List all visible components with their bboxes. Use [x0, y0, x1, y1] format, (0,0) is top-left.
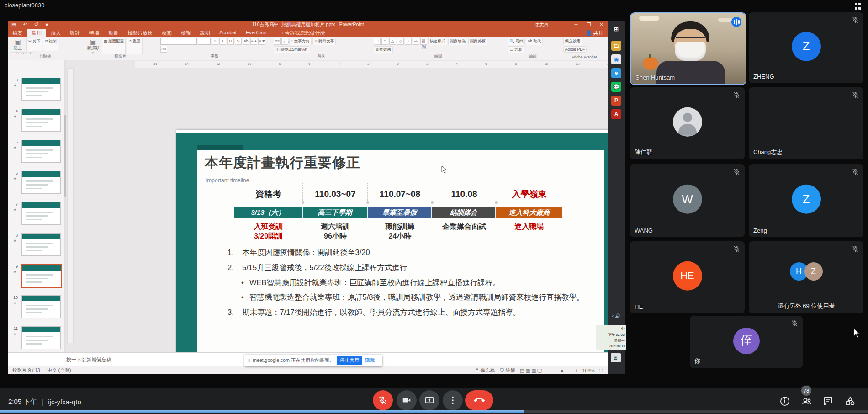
tab-檢視[interactable]: 檢視: [176, 29, 196, 37]
present-button[interactable]: [419, 390, 439, 410]
notes-toggle[interactable]: ≜ 備忘稿: [475, 367, 495, 374]
meeting-details-button[interactable]: [779, 396, 790, 407]
ribbon-button-≣-對齊文字[interactable]: ≣ 對齊文字: [312, 38, 336, 45]
slide-thumbnail-5[interactable]: [21, 140, 61, 163]
ribbon-button-↕-文字方向[interactable]: ↕ 文字方向: [289, 38, 312, 45]
taskbar-app-powerpoint[interactable]: P: [611, 96, 621, 106]
taskbar-app-line[interactable]: 💬: [611, 82, 621, 92]
leave-call-button[interactable]: [465, 390, 493, 410]
ppt-minimize-button[interactable]: ─: [570, 21, 582, 29]
hide-banner-button[interactable]: 隱藏: [365, 357, 375, 364]
tab-插入[interactable]: 插入: [46, 29, 65, 37]
ribbon-button-≡≡[interactable]: ≡≡: [274, 38, 281, 45]
tiles-grid-icon[interactable]: [855, 3, 862, 10]
slide-thumbnail-3[interactable]: [21, 78, 61, 101]
ribbon-button-↺-重設[interactable]: ↺ 重設: [127, 38, 142, 54]
participant-tile-ZHENG[interactable]: ZZHENG: [749, 12, 863, 83]
stop-sharing-button[interactable]: 停止共用: [337, 356, 362, 365]
tell-me-search[interactable]: ○ 告訴我您想做什麼: [276, 29, 330, 37]
show-people-button[interactable]: [801, 396, 812, 407]
tab-說明[interactable]: 說明: [196, 29, 215, 37]
ribbon-button-□[interactable]: □: [374, 38, 381, 45]
ribbon-button-A▲[interactable]: A▲: [250, 38, 257, 45]
chat-button[interactable]: [823, 396, 834, 407]
mic-toggle-button[interactable]: [373, 390, 393, 410]
ribbon-button-▭-選取[interactable]: ▭ 選取: [508, 46, 524, 53]
ribbon-button-U[interactable]: U: [227, 38, 234, 45]
comments-toggle[interactable]: 🗨 註解: [499, 367, 515, 374]
tab-設計[interactable]: 設計: [65, 29, 85, 37]
participant-tile-Zeng[interactable]: ZZeng: [749, 164, 863, 237]
font-name-dropdown[interactable]: [160, 38, 197, 45]
activities-button[interactable]: [845, 396, 856, 407]
participant-tile-陳仁龍[interactable]: 陳仁龍: [630, 87, 745, 159]
participant-tile-你[interactable]: 侄你: [690, 316, 803, 368]
font-size-dropdown[interactable]: [198, 38, 211, 45]
participant-tile-HE[interactable]: HEHE: [630, 241, 745, 313]
zoom-in-button[interactable]: +: [575, 368, 578, 373]
tab-轉場[interactable]: 轉場: [85, 29, 104, 37]
ribbon-button-⧉-複製[interactable]: ⧉ 複製: [43, 38, 58, 51]
tab-EverCam[interactable]: EverCam: [241, 29, 271, 37]
ribbon-button-◫-轉換成SmartArt[interactable]: ◫ 轉換成SmartArt: [274, 46, 309, 53]
ribbon-button-○[interactable]: ○: [381, 38, 388, 45]
slide-9[interactable]: 本年度計畫執行重要修正 Important timeline 資格考3/13（六…: [176, 130, 608, 374]
taskbar-clock[interactable]: 中 下午 02:06 星期一 2021/8/30: [596, 325, 626, 350]
ribbon-button-I[interactable]: I: [219, 38, 226, 45]
ribbon-button-▦-版面配置[interactable]: ▦ 版面配置: [102, 38, 126, 54]
ppt-account-name[interactable]: 沈志昌: [535, 22, 549, 28]
camera-toggle-button[interactable]: [397, 390, 417, 410]
fit-slide-button[interactable]: ⛶: [599, 368, 603, 374]
ribbon-button-🔍-尋找[interactable]: 🔍 尋找: [508, 38, 525, 45]
view-buttons[interactable]: ▤ ▦ ▥ 🖵: [520, 368, 542, 374]
windows-start-icon[interactable]: ⊞: [611, 24, 621, 34]
ribbon-button-ab[interactable]: ab: [243, 38, 249, 45]
slide-thumbnail-11[interactable]: [21, 326, 61, 349]
slide-thumbnail-6[interactable]: [21, 171, 61, 194]
ribbon-button-⬦[interactable]: ⬦: [397, 38, 404, 45]
tab-Acrobat[interactable]: Acrobat: [215, 29, 241, 37]
ribbon-button-S[interactable]: S: [235, 38, 242, 45]
ribbon-button-圖案外框[interactable]: 圖案外框: [468, 38, 487, 45]
ppt-close-button[interactable]: ✕: [595, 21, 608, 29]
tab-動畫[interactable]: 動畫: [104, 29, 123, 37]
participant-tile-Chang志忠[interactable]: Chang志忠: [749, 87, 863, 159]
ribbon-button-圖案效果[interactable]: 圖案效果: [374, 46, 393, 53]
participant-tile-Shen Huntsam[interactable]: Shen Huntsam: [630, 12, 746, 85]
ribbon-button-獨立啟用[interactable]: 獨立啟用: [563, 38, 582, 45]
participant-tile-WANG[interactable]: WWANG: [630, 164, 745, 237]
zoom-slider[interactable]: ──●──: [554, 368, 571, 373]
tab-檔案[interactable]: 檔案: [8, 29, 27, 37]
slide-thumbnail-9[interactable]: [21, 264, 62, 288]
ribbon-button-新投影片[interactable]: ▣新投影片: [85, 38, 101, 54]
taskbar-app-folder[interactable]: 🗀: [611, 41, 621, 51]
ribbon-button-△[interactable]: △: [389, 38, 396, 45]
more-options-button[interactable]: [443, 390, 463, 410]
zoom-level[interactable]: 109%: [582, 368, 595, 373]
ribbon-button-✂-剪下[interactable]: ✂ 剪下: [26, 38, 42, 51]
slide-thumbnail-4[interactable]: [21, 109, 61, 132]
ribbon-button-排列[interactable]: 排列: [420, 38, 427, 45]
bottom-scrollbar[interactable]: [0, 410, 868, 413]
slide-thumbnail-8[interactable]: [21, 233, 61, 256]
taskbar-app-chrome[interactable]: ◉: [611, 54, 621, 64]
notification-icon[interactable]: 🗉: [611, 353, 621, 362]
tab-常用[interactable]: 常用: [27, 29, 46, 37]
ribbon-button-☆[interactable]: ☆: [405, 38, 412, 45]
zoom-out-button[interactable]: −: [546, 368, 549, 373]
participant-tile-還有另外 69 位使用者[interactable]: HZ還有另外 69 位使用者: [749, 241, 863, 313]
ime-indicator[interactable]: 中: [598, 326, 625, 332]
slide-thumbnail-panel[interactable]: 3∗4∗5∗6∗7∗8∗9∗10∗11∗12∗: [8, 60, 66, 352]
taskbar-app-edge[interactable]: e: [611, 68, 621, 78]
ribbon-button-⇨[interactable]: ⇨: [413, 38, 419, 45]
language-indicator[interactable]: 中文 (台灣): [40, 367, 71, 374]
ribbon-button-貼上[interactable]: ▣貼上: [10, 38, 26, 51]
ribbon-button-B[interactable]: B: [212, 38, 218, 45]
ppt-share-button[interactable]: 👤 共用: [586, 30, 603, 37]
ribbon-button-Aa[interactable]: Aa: [160, 46, 167, 53]
ribbon-button-A▼[interactable]: A▼: [258, 38, 265, 45]
ribbon-button-ab-取代[interactable]: ab 取代: [526, 38, 543, 45]
ribbon-button-快速樣式[interactable]: 快速樣式: [428, 38, 447, 45]
slide-thumbnail-7[interactable]: [21, 202, 61, 225]
ribbon-button-Adobe-PDF[interactable]: Adobe PDF: [563, 46, 587, 53]
